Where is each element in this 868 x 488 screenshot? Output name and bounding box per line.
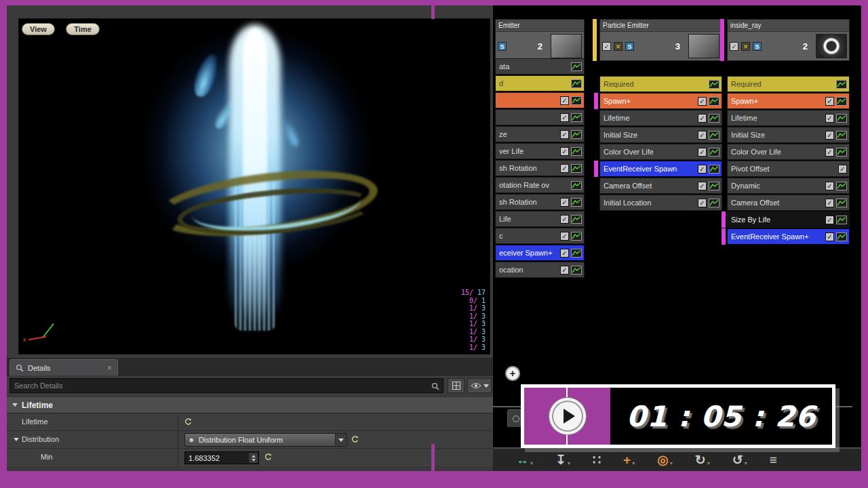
- play-button[interactable]: [549, 398, 586, 434]
- module-checkbox[interactable]: ✓: [560, 215, 569, 224]
- module-graph-icon[interactable]: [836, 216, 847, 224]
- module-graph-icon[interactable]: [571, 266, 582, 274]
- view-options-button[interactable]: [467, 378, 492, 393]
- module-checkbox[interactable]: ✓: [698, 165, 707, 174]
- module-checkbox[interactable]: ✓: [560, 130, 569, 139]
- module-checkbox[interactable]: ✓: [560, 198, 569, 207]
- module-graph-icon[interactable]: [571, 249, 582, 258]
- module-checkbox[interactable]: ✓: [825, 216, 834, 224]
- module-checkbox[interactable]: ✓: [825, 199, 834, 207]
- module-row[interactable]: c✓: [495, 228, 585, 244]
- module-graph-icon[interactable]: [571, 79, 582, 88]
- emitter-header[interactable]: inside_ray✓✕S2: [727, 19, 850, 61]
- module-graph-icon[interactable]: [571, 147, 582, 156]
- time-button[interactable]: Time: [66, 23, 99, 35]
- module-graph-icon[interactable]: [836, 199, 847, 207]
- module-row[interactable]: ✓: [495, 109, 585, 125]
- module-checkbox[interactable]: ✓: [838, 165, 847, 174]
- module-graph-icon[interactable]: [709, 80, 719, 89]
- view-button[interactable]: View: [22, 23, 55, 35]
- module-graph-icon[interactable]: [571, 96, 582, 105]
- module-row[interactable]: Lifetime✓: [727, 110, 850, 126]
- module-row[interactable]: Pivot Offset✓: [727, 161, 850, 177]
- reset-to-default-icon[interactable]: [184, 418, 192, 427]
- module-graph-icon[interactable]: [709, 165, 719, 174]
- module-row[interactable]: EventReceiver Spawn✓: [599, 161, 722, 177]
- module-checkbox[interactable]: ✓: [560, 266, 569, 274]
- property-matrix-button[interactable]: [448, 378, 465, 393]
- module-row[interactable]: Initial Size✓: [599, 127, 722, 143]
- min-value-field[interactable]: 1.683352: [184, 451, 259, 464]
- module-row[interactable]: Color Over Life✓: [599, 144, 722, 160]
- module-graph-icon[interactable]: [709, 182, 719, 190]
- module-checkbox[interactable]: ✓: [560, 96, 569, 105]
- tab-close-icon[interactable]: ×: [107, 363, 112, 373]
- emitter-header[interactable]: EmitterS2: [495, 19, 585, 61]
- module-graph-icon[interactable]: [836, 232, 847, 241]
- module-checkbox[interactable]: ✓: [825, 131, 834, 140]
- module-checkbox[interactable]: ✓: [825, 182, 834, 190]
- module-graph-icon[interactable]: [836, 97, 847, 106]
- module-graph-icon[interactable]: [571, 181, 582, 190]
- module-graph-icon[interactable]: [571, 198, 582, 207]
- module-graph-icon[interactable]: [836, 182, 847, 190]
- module-row[interactable]: Camera Offset✓: [727, 195, 850, 211]
- module-row[interactable]: sh Rotation✓: [495, 194, 585, 210]
- module-checkbox[interactable]: ✓: [560, 113, 569, 122]
- module-graph-icon[interactable]: [709, 114, 719, 123]
- module-checkbox[interactable]: ✓: [560, 147, 569, 156]
- module-checkbox[interactable]: ✓: [825, 232, 834, 241]
- module-row[interactable]: otation Rate ov: [495, 177, 585, 193]
- module-row[interactable]: Color Over Life✓: [727, 144, 850, 160]
- module-row[interactable]: ver Life✓: [495, 143, 585, 159]
- module-checkbox[interactable]: ✓: [698, 114, 707, 123]
- module-graph-icon[interactable]: [709, 131, 719, 140]
- module-row[interactable]: Life✓: [495, 211, 585, 227]
- details-tab[interactable]: Details ×: [9, 359, 118, 375]
- module-row[interactable]: ata: [495, 58, 585, 75]
- module-row[interactable]: sh Rotation✓: [495, 160, 585, 176]
- module-graph-icon[interactable]: [571, 113, 582, 122]
- module-row[interactable]: Initial Size✓: [727, 127, 850, 143]
- module-checkbox[interactable]: ✓: [698, 199, 707, 207]
- overlay-plus-handle[interactable]: +: [505, 366, 520, 381]
- module-checkbox[interactable]: ✓: [698, 148, 707, 157]
- module-row[interactable]: Required: [727, 76, 850, 92]
- module-row[interactable]: ✓: [495, 92, 585, 108]
- property-row-distribution[interactable]: Distribution Distribution Float Uniform: [7, 431, 493, 449]
- module-graph-icon[interactable]: [836, 148, 847, 157]
- check-icon[interactable]: ✓: [602, 42, 611, 51]
- module-checkbox[interactable]: ✓: [560, 232, 569, 241]
- module-graph-icon[interactable]: [571, 130, 582, 139]
- module-checkbox[interactable]: ✓: [825, 97, 834, 106]
- search-details-input[interactable]: [9, 378, 443, 393]
- module-row[interactable]: Spawn+✓: [727, 93, 850, 109]
- module-checkbox[interactable]: ✓: [698, 97, 707, 106]
- module-checkbox[interactable]: ✓: [825, 114, 834, 123]
- property-row-min[interactable]: Min 1.683352: [7, 449, 493, 466]
- reset-to-default-icon[interactable]: [351, 436, 359, 445]
- number-spinner[interactable]: [249, 453, 258, 463]
- property-row-lifetime[interactable]: Lifetime: [7, 413, 493, 431]
- module-graph-icon[interactable]: [709, 199, 719, 207]
- module-graph-icon[interactable]: [836, 131, 847, 140]
- module-checkbox[interactable]: ✓: [560, 164, 569, 173]
- module-row[interactable]: ze✓: [495, 126, 585, 142]
- module-row[interactable]: Size By Life✓: [727, 211, 850, 228]
- emitter-header[interactable]: Particle Emitter✓✕S3: [599, 19, 722, 61]
- solo-icon[interactable]: S: [498, 42, 507, 51]
- distribution-dropdown[interactable]: Distribution Float Uniform: [184, 433, 347, 447]
- module-checkbox[interactable]: ✓: [825, 148, 834, 157]
- module-checkbox[interactable]: ✓: [560, 249, 569, 258]
- module-graph-icon[interactable]: [571, 62, 582, 71]
- module-row[interactable]: ocation✓: [495, 262, 585, 278]
- module-row[interactable]: eceiver Spawn+✓: [495, 245, 585, 261]
- burst-icon[interactable]: ✕: [614, 42, 623, 51]
- check-icon[interactable]: ✓: [730, 42, 738, 51]
- preview-viewport[interactable]: View Time x 15/ 170/ 11/ 31/ 31/ 31/ 31/…: [18, 18, 490, 354]
- module-checkbox[interactable]: ✓: [698, 131, 707, 140]
- module-graph-icon[interactable]: [709, 148, 719, 157]
- module-row[interactable]: Dynamic✓: [727, 178, 850, 194]
- module-row[interactable]: Required: [599, 76, 722, 92]
- solo-icon[interactable]: S: [625, 42, 634, 51]
